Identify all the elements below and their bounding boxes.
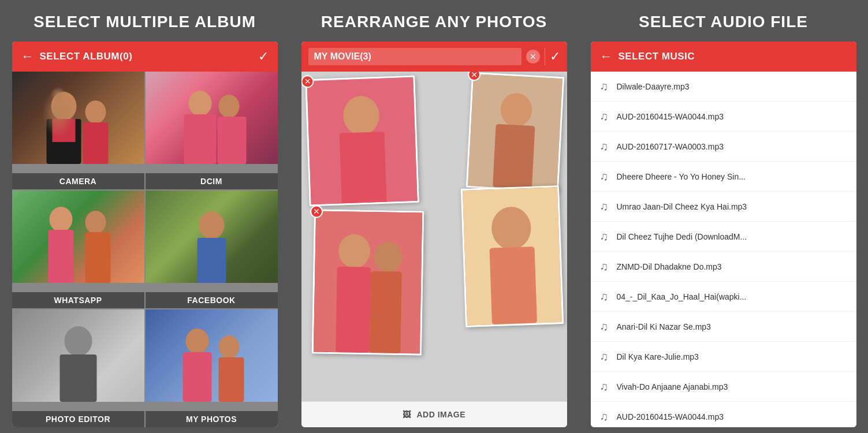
- photo-card-1[interactable]: ✕: [305, 76, 419, 206]
- svg-rect-20: [218, 357, 244, 402]
- music-note-icon: ♫: [600, 290, 609, 303]
- photos-collage-area: ✕ ✕: [301, 72, 567, 401]
- album-grid: CAMERA DCIM: [12, 72, 278, 427]
- audio-file-name: 04_-_Dil_Kaa_Jo_Haal_Hai(wapki...: [617, 292, 747, 301]
- svg-rect-12: [85, 232, 110, 283]
- panel3-title: SELECT AUDIO FILE: [633, 0, 814, 42]
- remove-photo-1[interactable]: ✕: [301, 75, 314, 88]
- add-image-bar[interactable]: 🖼 ADD IMAGE: [301, 401, 567, 427]
- audio-file-name: Vivah-Do Anjaane Ajanabi.mp3: [617, 382, 728, 391]
- audio-phone-frame: ← SELECT MUSIC ♫Dilwale-Daayre.mp3♫AUD-2…: [591, 42, 856, 427]
- audio-item-audio2[interactable]: ♫AUD-20160415-WA0044.mp3: [591, 102, 856, 132]
- audio-item-audio7[interactable]: ♫ZNMD-Dil Dhadakne Do.mp3: [591, 252, 856, 282]
- svg-rect-23: [339, 132, 386, 204]
- album-item-whatsapp[interactable]: WHATSAPP: [12, 191, 144, 308]
- album-phone-frame: ← SELECT ALBUM(0) ✓ CAMERA: [12, 42, 278, 427]
- svg-rect-16: [59, 354, 96, 402]
- audio-item-audio1[interactable]: ♫Dilwale-Daayre.mp3: [591, 72, 856, 102]
- album-label-photo-editor: PHOTO EDITOR: [12, 411, 144, 427]
- audio-item-audio6[interactable]: ♫Dil Cheez Tujhe Dedi (DownloadM...: [591, 222, 856, 252]
- album-label-dcim: DCIM: [146, 173, 278, 189]
- svg-point-15: [64, 326, 92, 356]
- album-item-photo-editor[interactable]: PHOTO EDITOR: [12, 309, 144, 427]
- album-header: ← SELECT ALBUM(0) ✓: [12, 42, 278, 72]
- clear-movie-title-button[interactable]: ✕: [526, 50, 540, 64]
- svg-rect-34: [489, 247, 537, 324]
- panel1-title: SELECT MULTIPLE ALBUM: [28, 0, 262, 42]
- audio-back-icon[interactable]: ←: [600, 49, 613, 64]
- audio-list: ♫Dilwale-Daayre.mp3♫AUD-20160415-WA0044.…: [591, 72, 856, 427]
- svg-rect-6: [184, 114, 216, 164]
- svg-rect-2: [52, 119, 75, 142]
- music-note-icon: ♫: [600, 200, 609, 213]
- panel-audio: SELECT AUDIO FILE ← SELECT MUSIC ♫Dilwal…: [579, 0, 868, 433]
- svg-point-9: [49, 207, 72, 232]
- add-image-label: ADD IMAGE: [416, 410, 465, 419]
- photo-card-3[interactable]: ✕: [311, 209, 423, 355]
- music-note-icon: ♫: [600, 410, 609, 423]
- svg-rect-4: [83, 122, 108, 164]
- svg-point-0: [51, 92, 76, 121]
- audio-item-audio11[interactable]: ♫Vivah-Do Anjaane Ajanabi.mp3: [591, 372, 856, 402]
- music-note-icon: ♫: [600, 320, 609, 333]
- album-label-camera: CAMERA: [12, 173, 144, 189]
- audio-item-audio9[interactable]: ♫Anari-Dil Ki Nazar Se.mp3: [591, 312, 856, 342]
- album-back-icon[interactable]: ←: [21, 49, 34, 64]
- audio-file-name: Dheere Dheere - Yo Yo Honey Sin...: [617, 172, 746, 181]
- audio-header: ← SELECT MUSIC: [591, 42, 856, 72]
- rearrange-header: ✕ ✓: [301, 42, 567, 72]
- remove-photo-3[interactable]: ✕: [310, 205, 322, 218]
- svg-rect-8: [217, 117, 246, 164]
- music-note-icon: ♫: [600, 80, 609, 93]
- svg-point-3: [85, 100, 106, 124]
- audio-item-audio5[interactable]: ♫Umrao Jaan-Dil Cheez Kya Hai.mp3: [591, 192, 856, 222]
- audio-file-name: Umrao Jaan-Dil Cheez Kya Hai.mp3: [617, 202, 747, 211]
- audio-file-name: Anari-Dil Ki Nazar Se.mp3: [617, 322, 711, 331]
- album-item-dcim[interactable]: DCIM: [146, 72, 278, 189]
- album-item-facebook[interactable]: FACEBOOK: [146, 191, 278, 308]
- svg-rect-29: [336, 267, 371, 353]
- rearrange-phone-frame: ✕ ✓ ✕ ✕: [301, 42, 567, 427]
- audio-file-name: AUD-20160717-WA0003.mp3: [617, 142, 724, 151]
- album-label-facebook: FACEBOOK: [146, 292, 278, 308]
- audio-item-audio10[interactable]: ♫Dil Kya Kare-Julie.mp3: [591, 342, 856, 372]
- audio-item-audio12[interactable]: ♫AUD-20160415-WA0044.mp3: [591, 402, 856, 427]
- svg-rect-26: [493, 124, 535, 189]
- music-note-icon: ♫: [600, 140, 609, 153]
- audio-file-name: ZNMD-Dil Dhadakne Do.mp3: [617, 262, 722, 271]
- album-label-my-photos: MY PHOTOS: [146, 411, 278, 427]
- svg-point-5: [188, 91, 211, 116]
- album-item-my-photos[interactable]: MY PHOTOS: [146, 309, 278, 427]
- album-check-icon[interactable]: ✓: [258, 49, 269, 64]
- audio-file-name: Dil Kya Kare-Julie.mp3: [617, 352, 699, 361]
- rearrange-check-icon[interactable]: ✓: [550, 49, 560, 64]
- music-note-icon: ♫: [600, 260, 609, 273]
- svg-rect-31: [369, 271, 401, 353]
- audio-header-title: SELECT MUSIC: [619, 51, 847, 62]
- photo-card-2[interactable]: ✕: [465, 72, 564, 192]
- svg-rect-18: [182, 352, 211, 402]
- music-note-icon: ♫: [600, 230, 609, 243]
- audio-item-audio4[interactable]: ♫Dheere Dheere - Yo Yo Honey Sin...: [591, 162, 856, 192]
- svg-rect-10: [48, 230, 73, 283]
- album-header-title: SELECT ALBUM(0): [40, 51, 258, 62]
- audio-item-audio8[interactable]: ♫04_-_Dil_Kaa_Jo_Haal_Hai(wapki...: [591, 282, 856, 312]
- svg-rect-1: [46, 119, 81, 164]
- movie-title-input[interactable]: [308, 48, 521, 65]
- music-note-icon: ♫: [600, 380, 609, 393]
- svg-point-13: [199, 211, 224, 239]
- audio-file-name: Dil Cheez Tujhe Dedi (DownloadM...: [617, 232, 747, 241]
- panel-rearrange: REARRANGE ANY PHOTOS ✕ ✓ ✕: [289, 0, 579, 433]
- audio-item-audio3[interactable]: ♫AUD-20160717-WA0003.mp3: [591, 132, 856, 162]
- audio-file-name: AUD-20160415-WA0044.mp3: [617, 412, 724, 421]
- panel-select-album: SELECT MULTIPLE ALBUM ← SELECT ALBUM(0) …: [0, 0, 289, 433]
- album-item-camera[interactable]: CAMERA: [12, 72, 144, 189]
- album-label-whatsapp: WHATSAPP: [12, 292, 144, 308]
- audio-file-name: AUD-20160415-WA0044.mp3: [617, 112, 724, 121]
- add-image-icon: 🖼: [403, 410, 411, 419]
- header-divider: [545, 48, 545, 65]
- svg-point-19: [218, 335, 239, 359]
- svg-point-7: [218, 95, 239, 118]
- audio-file-name: Dilwale-Daayre.mp3: [617, 82, 690, 91]
- photo-card-4[interactable]: [460, 185, 563, 327]
